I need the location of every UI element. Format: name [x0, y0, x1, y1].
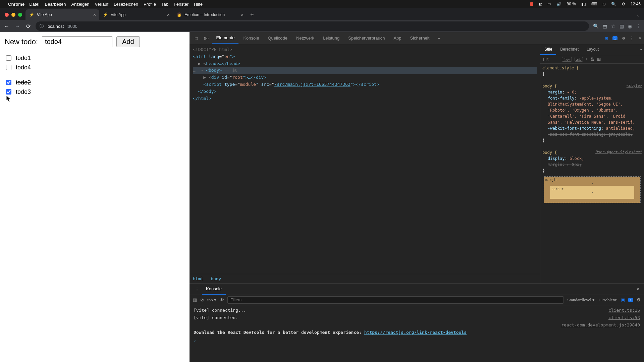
window-close-button[interactable]	[5, 13, 9, 17]
drawer-tab-console[interactable]: Konsole	[202, 284, 226, 295]
side-panel-icon[interactable]: ▤	[620, 23, 624, 29]
menu-tab[interactable]: Tab	[161, 2, 168, 7]
style-rule[interactable]: User-Agent-Stylesheet body { display: bl…	[542, 149, 642, 174]
dom-line[interactable]: <html lang="en">	[193, 53, 537, 60]
browser-tab-1[interactable]: ⚡ Vite App ×	[25, 9, 99, 20]
drawer-menu-icon[interactable]: ⋮	[192, 287, 202, 292]
dom-line[interactable]: <script type="module" src="/src/main.jsx…	[193, 81, 537, 88]
console-link[interactable]: https://reactjs.org/link/react-devtools	[364, 330, 467, 335]
tab-close-icon[interactable]: ×	[167, 12, 170, 17]
box-model[interactable]: margin - border -	[544, 176, 641, 203]
tab-close-icon[interactable]: ×	[93, 12, 96, 17]
status-keyboard-icon[interactable]: ⌨	[591, 2, 597, 6]
devtools-tab-elements[interactable]: Elemente	[212, 33, 238, 44]
dom-breadcrumb[interactable]: html body	[190, 274, 540, 283]
dom-line-selected[interactable]: … ▾ <body> == $0	[193, 67, 537, 74]
todo-checkbox[interactable]	[6, 55, 11, 61]
wifi-icon[interactable]: ⊙	[602, 2, 606, 6]
browser-tab-2[interactable]: ⚡ Vite App ×	[99, 9, 173, 20]
devtools-tab-security[interactable]: Sicherheit	[406, 33, 434, 43]
dom-line[interactable]: ▶ <div id="root">…</div>	[193, 74, 537, 81]
print-media-icon[interactable]: 🖶	[590, 57, 594, 62]
menu-help[interactable]: Hilfe	[194, 2, 203, 7]
problems-icon[interactable]: ▣	[621, 297, 625, 303]
menu-edit[interactable]: Bearbeiten	[45, 2, 66, 7]
todo-checkbox[interactable]	[6, 65, 11, 70]
bookmark-star-icon[interactable]: ☆	[611, 23, 615, 29]
chrome-menu-icon[interactable]: ⋮	[636, 23, 641, 29]
new-style-rule-icon[interactable]: +	[586, 57, 588, 62]
problems-count[interactable]: 1	[628, 298, 634, 302]
console-source-link[interactable]: client.ts:16	[608, 307, 640, 314]
console-source-link[interactable]: client.ts:53	[608, 314, 640, 321]
window-zoom-button[interactable]	[18, 13, 22, 17]
profile-avatar-icon[interactable]: ◉	[628, 23, 632, 29]
console-level-select[interactable]: Standardlevel ▾	[567, 297, 595, 303]
devtools-tab-memory[interactable]: Speicherverbrauch	[344, 33, 389, 43]
console-source-link[interactable]: react-dom.development.js:29840	[561, 321, 640, 329]
console-settings-icon[interactable]: ⚙	[637, 297, 641, 303]
spotlight-icon[interactable]: 🔍	[611, 2, 616, 6]
dom-line[interactable]: <!DOCTYPE html>	[193, 46, 537, 53]
dom-line[interactable]: </body>	[193, 88, 537, 95]
new-todo-input[interactable]	[42, 36, 112, 47]
menu-view[interactable]: Anzeigen	[71, 2, 89, 7]
nav-back-button[interactable]: ←	[3, 23, 10, 29]
console-sidebar-icon[interactable]: ▥	[193, 297, 197, 303]
nav-reload-button[interactable]: ⟳	[25, 23, 32, 29]
styles-tabs-more-icon[interactable]: »	[638, 44, 644, 55]
issues-icon[interactable]: ▣	[605, 36, 608, 41]
menu-profiles[interactable]: Profile	[144, 2, 156, 7]
tab-overflow-icon[interactable]: ⌄	[637, 13, 644, 20]
browser-tab-3[interactable]: 👩 Emotion – Introduction ×	[173, 9, 247, 20]
install-app-icon[interactable]: ⬒	[603, 23, 607, 29]
dom-line[interactable]: </html>	[193, 95, 537, 102]
devtools-tab-console[interactable]: Konsole	[239, 33, 263, 43]
toggle-computed-icon[interactable]: ▦	[597, 57, 601, 62]
nav-forward-button[interactable]: →	[14, 23, 21, 29]
devtools-settings-icon[interactable]: ⚙	[622, 36, 625, 41]
dom-line[interactable]: ▶ <head>…</head>	[193, 60, 537, 67]
breadcrumb-item[interactable]: body	[211, 276, 221, 281]
styles-tab-styles[interactable]: Stile	[540, 44, 556, 55]
devtools-close-icon[interactable]: ×	[639, 36, 641, 41]
status-sync-icon[interactable]: ◐	[539, 2, 542, 6]
styles-tab-computed[interactable]: Berechnet	[556, 44, 583, 55]
zoom-icon[interactable]: 🔍	[593, 23, 599, 29]
device-toolbar-icon[interactable]: ▯▭	[201, 36, 212, 41]
styles-body[interactable]: element.style { } <style> body { margin:…	[540, 64, 644, 283]
live-expression-icon[interactable]: 👁	[220, 297, 224, 303]
menu-history[interactable]: Verlauf	[95, 2, 108, 7]
style-source-link[interactable]: <style>	[627, 83, 642, 89]
add-button[interactable]: Add	[116, 36, 140, 47]
style-rule[interactable]: <style> body { margin: ▸ 0; font-family:…	[542, 83, 642, 143]
styles-filter-input[interactable]	[542, 57, 559, 62]
status-volume-icon[interactable]: 🔊	[556, 2, 561, 6]
battery-icon[interactable]: ▮▯	[581, 2, 586, 6]
devtools-tab-sources[interactable]: Quellcode	[264, 33, 291, 43]
inspect-element-icon[interactable]: ⬚	[192, 36, 200, 41]
console-clear-icon[interactable]: ⊘	[200, 297, 204, 303]
devtools-menu-icon[interactable]: ⋮	[630, 36, 634, 41]
breadcrumb-item[interactable]: html	[193, 276, 203, 281]
style-rule[interactable]: element.style { }	[542, 65, 642, 77]
devtools-tab-network[interactable]: Netzwerk	[292, 33, 318, 43]
menu-bookmarks[interactable]: Lesezeichen	[114, 2, 138, 7]
app-name[interactable]: Chrome	[8, 2, 24, 7]
issues-count[interactable]: 1	[612, 36, 618, 40]
devtools-tab-application[interactable]: App	[389, 33, 405, 43]
menu-file[interactable]: Datei	[29, 2, 39, 7]
clock[interactable]: 12:46	[631, 2, 641, 6]
console-context[interactable]: top ▾	[207, 297, 216, 303]
new-tab-button[interactable]: +	[247, 11, 257, 20]
styles-tab-layout[interactable]: Layout	[583, 44, 603, 55]
drawer-close-icon[interactable]: ×	[634, 286, 641, 292]
devtools-tab-performance[interactable]: Leistung	[319, 33, 343, 43]
todo-checkbox[interactable]	[6, 89, 11, 95]
url-field[interactable]: ⓘ localhost:3000	[36, 21, 589, 31]
console-output[interactable]: [vite] connecting... client.ts:16 [vite]…	[190, 305, 644, 362]
status-rec-icon[interactable]	[530, 2, 533, 6]
menu-window[interactable]: Fenster	[174, 2, 189, 7]
console-prompt[interactable]: ›	[190, 336, 644, 345]
status-display-icon[interactable]: ▭	[547, 2, 551, 6]
